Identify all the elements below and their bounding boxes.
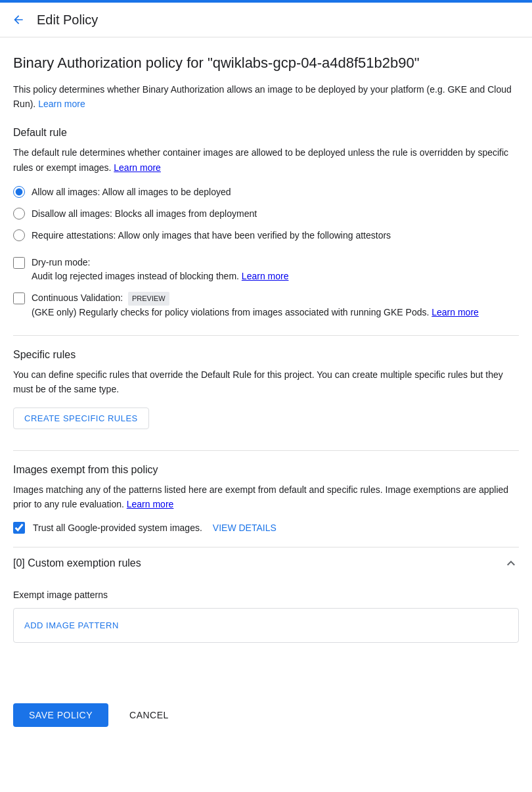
exempt-patterns-section: Exempt image patterns ADD IMAGE PATTERN: [13, 579, 519, 653]
chevron-up-icon: [503, 555, 519, 571]
default-rule-description: The default rule determines whether cont…: [13, 145, 519, 175]
policy-title: Binary Authorization policy for "qwiklab…: [13, 53, 519, 73]
radio-disallow-all-input[interactable]: [13, 208, 25, 220]
radio-require-attestations-input[interactable]: [13, 229, 25, 241]
default-rule-title: Default rule: [13, 127, 519, 139]
specific-rules-description: You can define specific rules that overr…: [13, 367, 519, 397]
custom-exemption-header[interactable]: [0] Custom exemption rules: [13, 547, 519, 579]
preview-badge: PREVIEW: [128, 292, 169, 306]
cancel-button[interactable]: CANCEL: [119, 703, 179, 727]
section-divider-2: [13, 450, 519, 451]
page-title: Edit Policy: [37, 12, 98, 28]
action-bar: SAVE POLICY CANCEL: [0, 690, 532, 740]
dry-run-checkbox[interactable]: [13, 257, 25, 269]
create-specific-rules-button[interactable]: CREATE SPECIFIC RULES: [13, 408, 149, 429]
exempt-images-description: Images matching any of the patterns list…: [13, 482, 519, 512]
custom-exemption-title: [0] Custom exemption rules: [13, 557, 141, 569]
section-divider-1: [13, 335, 519, 336]
radio-require-attestations[interactable]: Require attestations: Allow only images …: [13, 229, 519, 243]
radio-options-group: Allow all images: Allow all images to be…: [13, 185, 519, 243]
policy-learn-more-link[interactable]: Learn more: [38, 99, 85, 109]
save-policy-button[interactable]: SAVE POLICY: [13, 703, 108, 727]
continuous-validation-checkbox[interactable]: [13, 292, 25, 304]
default-rule-section: Default rule The default rule determines…: [13, 127, 519, 319]
continuous-validation-learn-more-link[interactable]: Learn more: [432, 307, 479, 317]
specific-rules-title: Specific rules: [13, 349, 519, 361]
trust-google-label: Trust all Google-provided system images.: [33, 523, 202, 533]
add-pattern-container: ADD IMAGE PATTERN: [13, 608, 519, 643]
exempt-images-title: Images exempt from this policy: [13, 464, 519, 476]
view-details-link[interactable]: VIEW DETAILS: [213, 523, 277, 533]
continuous-validation-item: Continuous Validation: PREVIEW (GKE only…: [13, 291, 519, 319]
trust-google-row: Trust all Google-provided system images.…: [13, 522, 519, 534]
checkbox-options-group: Dry-run mode: Audit log rejected images …: [13, 256, 519, 319]
custom-exemption-section: [0] Custom exemption rules Exempt image …: [13, 547, 519, 653]
specific-rules-section: Specific rules You can define specific r…: [13, 349, 519, 429]
exempt-images-section: Images exempt from this policy Images ma…: [13, 464, 519, 654]
exempt-images-learn-more-link[interactable]: Learn more: [127, 499, 174, 509]
radio-disallow-all[interactable]: Disallow all images: Blocks all images f…: [13, 207, 519, 221]
trust-google-checkbox[interactable]: [13, 522, 25, 534]
radio-allow-all-input[interactable]: [13, 186, 25, 198]
default-rule-learn-more-link[interactable]: Learn more: [114, 162, 161, 173]
main-content: Binary Authorization policy for "qwiklab…: [0, 37, 532, 685]
dry-run-learn-more-link[interactable]: Learn more: [242, 271, 289, 281]
page-header: Edit Policy: [0, 3, 532, 37]
policy-description: This policy determines whether Binary Au…: [13, 82, 519, 112]
add-image-pattern-button[interactable]: ADD IMAGE PATTERN: [24, 617, 119, 634]
back-button[interactable]: [11, 12, 26, 28]
exempt-patterns-title: Exempt image patterns: [13, 590, 519, 600]
radio-allow-all[interactable]: Allow all images: Allow all images to be…: [13, 185, 519, 199]
dry-run-item: Dry-run mode: Audit log rejected images …: [13, 256, 519, 283]
